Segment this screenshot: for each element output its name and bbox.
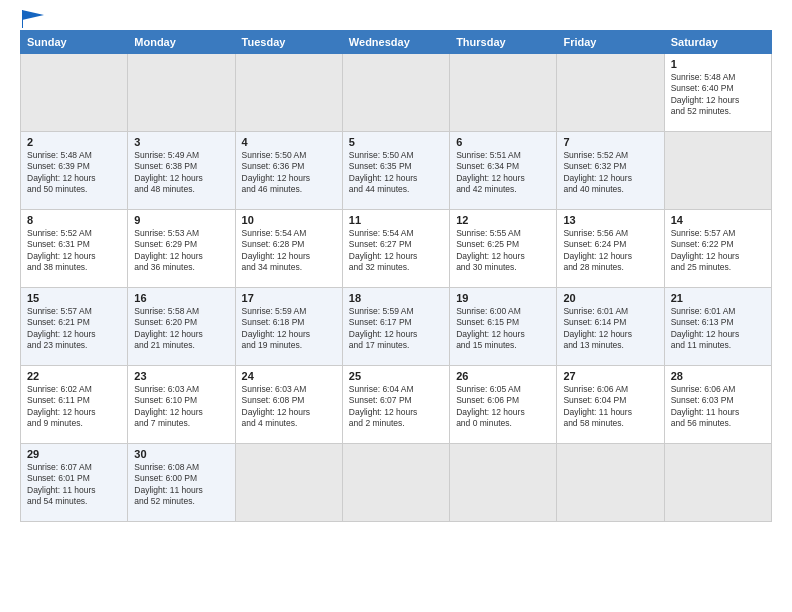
calendar-week-row: 29Sunrise: 6:07 AM Sunset: 6:01 PM Dayli… — [21, 444, 772, 522]
calendar-week-row: 8Sunrise: 5:52 AM Sunset: 6:31 PM Daylig… — [21, 210, 772, 288]
day-detail: Sunrise: 5:58 AM Sunset: 6:20 PM Dayligh… — [134, 306, 228, 352]
day-number: 24 — [242, 370, 336, 382]
day-number: 13 — [563, 214, 657, 226]
day-number: 11 — [349, 214, 443, 226]
table-row — [664, 132, 771, 210]
day-number: 15 — [27, 292, 121, 304]
day-number: 6 — [456, 136, 550, 148]
day-detail: Sunrise: 5:52 AM Sunset: 6:31 PM Dayligh… — [27, 228, 121, 274]
table-row: 18Sunrise: 5:59 AM Sunset: 6:17 PM Dayli… — [342, 288, 449, 366]
table-row: 25Sunrise: 6:04 AM Sunset: 6:07 PM Dayli… — [342, 366, 449, 444]
day-detail: Sunrise: 6:04 AM Sunset: 6:07 PM Dayligh… — [349, 384, 443, 430]
table-row: 3Sunrise: 5:49 AM Sunset: 6:38 PM Daylig… — [128, 132, 235, 210]
table-row: 28Sunrise: 6:06 AM Sunset: 6:03 PM Dayli… — [664, 366, 771, 444]
day-number: 8 — [27, 214, 121, 226]
table-row — [450, 54, 557, 132]
logo — [20, 18, 44, 24]
col-sunday: Sunday — [21, 31, 128, 54]
day-detail: Sunrise: 6:05 AM Sunset: 6:06 PM Dayligh… — [456, 384, 550, 430]
col-thursday: Thursday — [450, 31, 557, 54]
col-saturday: Saturday — [664, 31, 771, 54]
table-row — [342, 444, 449, 522]
header — [20, 18, 772, 24]
day-detail: Sunrise: 5:57 AM Sunset: 6:21 PM Dayligh… — [27, 306, 121, 352]
table-row — [664, 444, 771, 522]
day-number: 9 — [134, 214, 228, 226]
day-detail: Sunrise: 6:08 AM Sunset: 6:00 PM Dayligh… — [134, 462, 228, 508]
day-detail: Sunrise: 5:56 AM Sunset: 6:24 PM Dayligh… — [563, 228, 657, 274]
day-number: 18 — [349, 292, 443, 304]
calendar-table: Sunday Monday Tuesday Wednesday Thursday… — [20, 30, 772, 522]
day-number: 27 — [563, 370, 657, 382]
day-detail: Sunrise: 5:53 AM Sunset: 6:29 PM Dayligh… — [134, 228, 228, 274]
day-detail: Sunrise: 6:06 AM Sunset: 6:03 PM Dayligh… — [671, 384, 765, 430]
table-row: 12Sunrise: 5:55 AM Sunset: 6:25 PM Dayli… — [450, 210, 557, 288]
day-number: 25 — [349, 370, 443, 382]
day-number: 12 — [456, 214, 550, 226]
day-number: 29 — [27, 448, 121, 460]
table-row — [450, 444, 557, 522]
table-row: 6Sunrise: 5:51 AM Sunset: 6:34 PM Daylig… — [450, 132, 557, 210]
day-number: 28 — [671, 370, 765, 382]
day-detail: Sunrise: 5:55 AM Sunset: 6:25 PM Dayligh… — [456, 228, 550, 274]
table-row — [557, 54, 664, 132]
table-row: 2Sunrise: 5:48 AM Sunset: 6:39 PM Daylig… — [21, 132, 128, 210]
col-friday: Friday — [557, 31, 664, 54]
day-detail: Sunrise: 6:03 AM Sunset: 6:08 PM Dayligh… — [242, 384, 336, 430]
day-number: 23 — [134, 370, 228, 382]
table-row: 22Sunrise: 6:02 AM Sunset: 6:11 PM Dayli… — [21, 366, 128, 444]
table-row — [235, 54, 342, 132]
day-detail: Sunrise: 5:52 AM Sunset: 6:32 PM Dayligh… — [563, 150, 657, 196]
day-detail: Sunrise: 6:07 AM Sunset: 6:01 PM Dayligh… — [27, 462, 121, 508]
day-number: 10 — [242, 214, 336, 226]
day-detail: Sunrise: 5:50 AM Sunset: 6:35 PM Dayligh… — [349, 150, 443, 196]
day-detail: Sunrise: 5:59 AM Sunset: 6:17 PM Dayligh… — [349, 306, 443, 352]
day-number: 2 — [27, 136, 121, 148]
day-detail: Sunrise: 5:49 AM Sunset: 6:38 PM Dayligh… — [134, 150, 228, 196]
day-number: 20 — [563, 292, 657, 304]
day-detail: Sunrise: 5:50 AM Sunset: 6:36 PM Dayligh… — [242, 150, 336, 196]
day-detail: Sunrise: 6:00 AM Sunset: 6:15 PM Dayligh… — [456, 306, 550, 352]
day-number: 22 — [27, 370, 121, 382]
table-row: 4Sunrise: 5:50 AM Sunset: 6:36 PM Daylig… — [235, 132, 342, 210]
table-row: 27Sunrise: 6:06 AM Sunset: 6:04 PM Dayli… — [557, 366, 664, 444]
table-row: 20Sunrise: 6:01 AM Sunset: 6:14 PM Dayli… — [557, 288, 664, 366]
day-detail: Sunrise: 6:06 AM Sunset: 6:04 PM Dayligh… — [563, 384, 657, 430]
day-detail: Sunrise: 6:01 AM Sunset: 6:13 PM Dayligh… — [671, 306, 765, 352]
day-detail: Sunrise: 5:59 AM Sunset: 6:18 PM Dayligh… — [242, 306, 336, 352]
table-row: 24Sunrise: 6:03 AM Sunset: 6:08 PM Dayli… — [235, 366, 342, 444]
calendar-week-row: 1Sunrise: 5:48 AM Sunset: 6:40 PM Daylig… — [21, 54, 772, 132]
day-number: 21 — [671, 292, 765, 304]
day-number: 17 — [242, 292, 336, 304]
calendar-week-row: 22Sunrise: 6:02 AM Sunset: 6:11 PM Dayli… — [21, 366, 772, 444]
table-row — [342, 54, 449, 132]
day-number: 19 — [456, 292, 550, 304]
table-row: 16Sunrise: 5:58 AM Sunset: 6:20 PM Dayli… — [128, 288, 235, 366]
day-number: 26 — [456, 370, 550, 382]
calendar-header-row: Sunday Monday Tuesday Wednesday Thursday… — [21, 31, 772, 54]
svg-marker-0 — [22, 10, 44, 20]
table-row: 11Sunrise: 5:54 AM Sunset: 6:27 PM Dayli… — [342, 210, 449, 288]
day-detail: Sunrise: 5:51 AM Sunset: 6:34 PM Dayligh… — [456, 150, 550, 196]
table-row: 8Sunrise: 5:52 AM Sunset: 6:31 PM Daylig… — [21, 210, 128, 288]
table-row: 7Sunrise: 5:52 AM Sunset: 6:32 PM Daylig… — [557, 132, 664, 210]
day-number: 7 — [563, 136, 657, 148]
day-number: 4 — [242, 136, 336, 148]
table-row: 26Sunrise: 6:05 AM Sunset: 6:06 PM Dayli… — [450, 366, 557, 444]
table-row: 9Sunrise: 5:53 AM Sunset: 6:29 PM Daylig… — [128, 210, 235, 288]
day-number: 1 — [671, 58, 765, 70]
table-row — [557, 444, 664, 522]
table-row: 10Sunrise: 5:54 AM Sunset: 6:28 PM Dayli… — [235, 210, 342, 288]
col-monday: Monday — [128, 31, 235, 54]
day-detail: Sunrise: 5:57 AM Sunset: 6:22 PM Dayligh… — [671, 228, 765, 274]
table-row: 13Sunrise: 5:56 AM Sunset: 6:24 PM Dayli… — [557, 210, 664, 288]
col-tuesday: Tuesday — [235, 31, 342, 54]
day-detail: Sunrise: 6:03 AM Sunset: 6:10 PM Dayligh… — [134, 384, 228, 430]
table-row: 19Sunrise: 6:00 AM Sunset: 6:15 PM Dayli… — [450, 288, 557, 366]
day-detail: Sunrise: 5:54 AM Sunset: 6:27 PM Dayligh… — [349, 228, 443, 274]
day-detail: Sunrise: 6:02 AM Sunset: 6:11 PM Dayligh… — [27, 384, 121, 430]
page: Sunday Monday Tuesday Wednesday Thursday… — [0, 0, 792, 612]
logo-flag-icon — [22, 10, 44, 28]
day-number: 5 — [349, 136, 443, 148]
table-row: 30Sunrise: 6:08 AM Sunset: 6:00 PM Dayli… — [128, 444, 235, 522]
